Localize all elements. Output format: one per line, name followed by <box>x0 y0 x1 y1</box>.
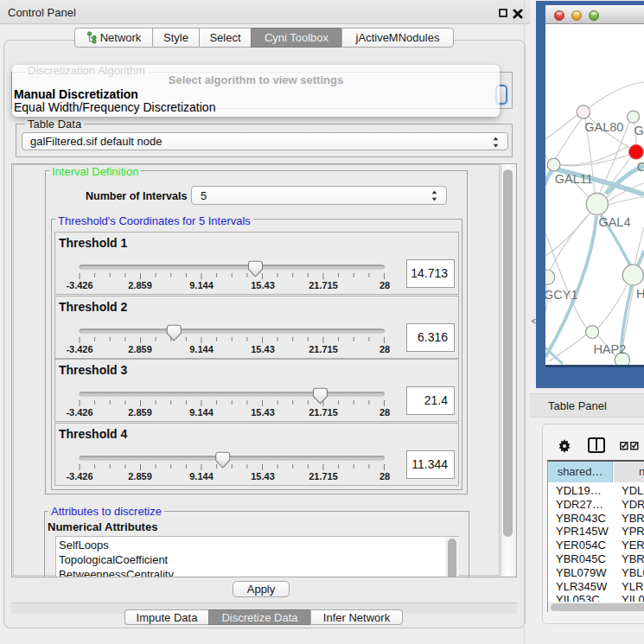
svg-text:GAL4: GAL4 <box>598 215 630 229</box>
svg-text:GCY1: GCY1 <box>545 288 578 302</box>
svg-text:GAL80: GAL80 <box>584 120 623 134</box>
svg-text:GA: GA <box>634 124 644 137</box>
svg-text:C: C <box>637 160 644 174</box>
svg-text:H: H <box>636 287 644 301</box>
svg-text:HAP2: HAP2 <box>593 342 626 356</box>
svg-text:GAL11: GAL11 <box>555 172 593 186</box>
